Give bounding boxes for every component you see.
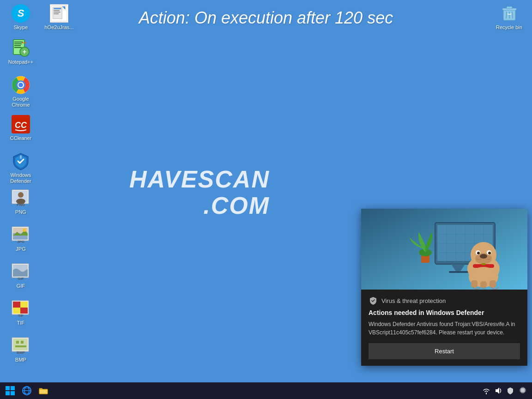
svg-rect-53: [15, 345, 26, 347]
svg-rect-27: [20, 155, 22, 159]
png-icon: PNG: [12, 189, 30, 207]
svg-text:PNG: PNG: [17, 203, 24, 207]
shield-small-icon: [369, 296, 378, 305]
desktop-icon-jpg[interactable]: JPG JPG: [2, 224, 39, 254]
taskbar-right-icon: [519, 387, 526, 394]
svg-rect-5: [54, 13, 59, 14]
desktop-icon-chrome[interactable]: Google Chrome: [2, 74, 39, 110]
svg-point-74: [480, 254, 487, 259]
notification-image: [361, 209, 527, 290]
svg-line-10: [506, 12, 507, 18]
taskbar-shield-icon: [506, 387, 514, 395]
taskbar-network-icon: [482, 387, 490, 395]
svg-rect-2: [54, 8, 61, 9]
svg-text:+: +: [23, 48, 26, 55]
svg-text:CC: CC: [15, 121, 27, 130]
svg-line-12: [512, 12, 513, 18]
svg-point-24: [18, 83, 23, 87]
desktop-icon-notepad[interactable]: + ++ Notepad++: [2, 37, 39, 67]
svg-marker-89: [496, 387, 499, 394]
desktop-icon-tif[interactable]: TIF TIF: [2, 298, 39, 328]
svg-rect-50: [13, 339, 28, 351]
svg-rect-52: [21, 341, 24, 344]
svg-rect-80: [482, 263, 485, 265]
recycle-bin-icon: [500, 4, 519, 23]
bmp-icon: BMP: [12, 337, 30, 355]
desktop-icon-bmp[interactable]: BMP BMP: [2, 335, 39, 365]
jpg-icon: JPG: [12, 226, 30, 244]
start-button[interactable]: [2, 382, 18, 399]
svg-rect-46: [13, 308, 20, 314]
svg-point-30: [18, 192, 24, 198]
svg-rect-51: [16, 341, 19, 344]
svg-rect-9: [507, 6, 512, 9]
svg-text:BMP: BMP: [17, 351, 25, 355]
hoe-icon: [50, 4, 68, 23]
desktop-icon-gif[interactable]: GIF GIF: [2, 261, 39, 291]
ie-icon: [22, 386, 32, 396]
tif-icon: TIF: [12, 300, 30, 318]
file-explorer-button[interactable]: [35, 382, 52, 399]
svg-point-77: [477, 252, 480, 254]
svg-rect-82: [471, 280, 478, 288]
ccleaner-icon: CC: [12, 115, 30, 133]
desktop-icon-ccleaner[interactable]: CC CCleaner: [2, 113, 39, 143]
notification-panel: Virus & threat protection Actions needed…: [361, 209, 527, 366]
desktop-icon-skype[interactable]: S Skype: [2, 2, 39, 32]
notification-message: Windows Defender Antivirus found Trojan:…: [369, 320, 520, 337]
svg-rect-88: [39, 389, 48, 394]
internet-explorer-button[interactable]: [18, 382, 35, 399]
windows-logo-icon: [6, 386, 15, 395]
taskbar-right: [482, 387, 530, 395]
notification-title: Actions needed in Windows Defender: [369, 309, 520, 316]
svg-point-37: [23, 228, 26, 232]
desktop-icon-png[interactable]: PNG PNG: [2, 187, 39, 217]
taskbar: [0, 382, 532, 399]
svg-rect-17: [14, 47, 22, 48]
desktop-icon-recycle-bin[interactable]: Recycle bin: [492, 2, 526, 32]
svg-rect-47: [20, 308, 28, 314]
defender-icon: [12, 152, 30, 170]
svg-text:JPG: JPG: [17, 240, 24, 244]
taskbar-time: [519, 387, 526, 395]
svg-text:TIF: TIF: [18, 314, 24, 318]
folder-icon: [38, 386, 48, 396]
svg-text:++: ++: [22, 41, 27, 45]
desktop-icon-hoe[interactable]: hOe2uJras...: [41, 2, 78, 32]
svg-text:GIF: GIF: [18, 277, 24, 281]
gif-icon: GIF: [12, 263, 30, 281]
desktop-icon-defender[interactable]: Windows Defender: [2, 150, 39, 186]
svg-rect-4: [54, 12, 60, 12]
taskbar-sound-icon: [494, 387, 502, 395]
notepad-icon: + ++: [12, 39, 30, 57]
svg-rect-44: [13, 302, 20, 308]
svg-rect-84: [490, 280, 496, 288]
svg-point-78: [488, 252, 491, 254]
svg-rect-3: [54, 10, 60, 11]
svg-rect-15: [14, 43, 22, 44]
notification-header: Virus & threat protection: [369, 296, 520, 305]
action-text: Action: On execution after 120 sec: [139, 8, 393, 28]
skype-icon: S: [12, 4, 30, 23]
svg-rect-16: [14, 45, 21, 46]
chrome-icon: [12, 76, 30, 94]
notification-body: Virus & threat protection Actions needed…: [361, 290, 527, 366]
svg-rect-45: [20, 302, 28, 308]
svg-rect-83: [480, 281, 487, 288]
restart-button[interactable]: Restart: [369, 343, 520, 359]
svg-rect-93: [520, 388, 525, 393]
desktop: Action: On execution after 120 sec S Sky…: [0, 0, 532, 382]
havescan-watermark: HAVESCAN .COM: [129, 166, 270, 219]
